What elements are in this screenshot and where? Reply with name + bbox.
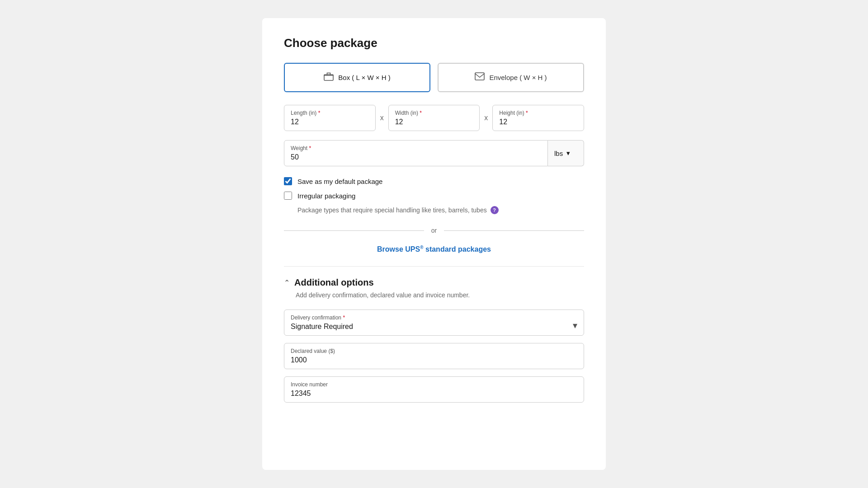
invoice-number-input[interactable]: [291, 389, 577, 398]
dimensions-row: Length (in) * x Width (in) * x Height (i…: [284, 105, 584, 131]
page-title: Choose package: [284, 36, 584, 50]
width-input[interactable]: [395, 118, 473, 126]
or-divider: or: [284, 227, 584, 234]
delivery-confirmation-value: Signature Required: [291, 323, 573, 331]
ups-registered-mark: ®: [420, 245, 423, 250]
declared-value-input[interactable]: [291, 356, 577, 364]
help-icon[interactable]: ?: [491, 206, 499, 214]
delivery-confirmation-label: Delivery confirmation *: [291, 314, 573, 321]
length-input[interactable]: [291, 118, 369, 126]
irregular-packaging-checkbox-row: Irregular packaging: [284, 192, 584, 200]
save-default-checkbox[interactable]: [284, 177, 292, 185]
irregular-packaging-checkbox[interactable]: [284, 192, 292, 200]
divider-line-right: [444, 230, 584, 231]
divider-line-left: [284, 230, 424, 231]
package-type-selector: Box ( L × W × H ) Envelope ( W × H ): [284, 63, 584, 92]
additional-options-description: Add delivery confirmation, declared valu…: [284, 291, 584, 299]
weight-input[interactable]: [291, 153, 541, 161]
chevron-up-icon[interactable]: ⌃: [284, 278, 290, 287]
browse-ups-link[interactable]: Browse UPS® standard packages: [377, 245, 491, 253]
delivery-confirmation-content: Delivery confirmation * Signature Requir…: [291, 314, 573, 331]
height-input[interactable]: [499, 118, 577, 126]
additional-options-header: ⌃ Additional options: [284, 277, 584, 288]
invoice-number-field: Invoice number: [284, 376, 584, 403]
height-field: Height (in) *: [492, 105, 584, 131]
dimension-separator-1: x: [376, 114, 388, 122]
width-label: Width (in) *: [395, 110, 473, 116]
browse-ups-suffix: standard packages: [424, 245, 491, 253]
weight-field: Weight *: [284, 140, 548, 166]
box-package-button[interactable]: Box ( L × W × H ): [284, 63, 430, 92]
weight-unit-value: lbs: [554, 150, 563, 157]
irregular-packaging-label[interactable]: Irregular packaging: [297, 192, 355, 200]
length-field: Length (in) *: [284, 105, 376, 131]
dimension-separator-2: x: [480, 114, 492, 122]
weight-row: Weight * lbs ▾: [284, 140, 584, 166]
envelope-package-button[interactable]: Envelope ( W × H ): [438, 63, 584, 92]
or-text: or: [431, 227, 437, 234]
declared-value-label: Declared value ($): [291, 348, 577, 354]
browse-ups-section: Browse UPS® standard packages: [284, 245, 584, 267]
invoice-number-label: Invoice number: [291, 381, 577, 388]
delivery-confirmation-selector[interactable]: Delivery confirmation * Signature Requir…: [284, 310, 584, 336]
delivery-confirmation-dropdown-icon: ▾: [573, 320, 577, 331]
weight-label: Weight *: [291, 145, 541, 151]
save-default-checkbox-row: Save as my default package: [284, 177, 584, 185]
width-field: Width (in) *: [388, 105, 480, 131]
svg-rect-1: [475, 73, 484, 80]
length-label: Length (in) *: [291, 110, 369, 116]
envelope-icon: [475, 72, 485, 83]
box-icon: [324, 72, 334, 83]
weight-unit-dropdown-icon: ▾: [566, 149, 570, 157]
additional-options-title: Additional options: [294, 277, 374, 288]
weight-unit-selector[interactable]: lbs ▾: [548, 140, 584, 166]
height-label: Height (in) *: [499, 110, 577, 116]
box-button-label: Box ( L × W × H ): [338, 74, 390, 81]
save-default-label[interactable]: Save as my default package: [297, 178, 382, 185]
envelope-button-label: Envelope ( W × H ): [489, 74, 547, 81]
irregular-packaging-description: Package types that require special handl…: [297, 206, 584, 214]
declared-value-field: Declared value ($): [284, 343, 584, 369]
browse-ups-prefix: Browse UPS: [377, 245, 420, 253]
